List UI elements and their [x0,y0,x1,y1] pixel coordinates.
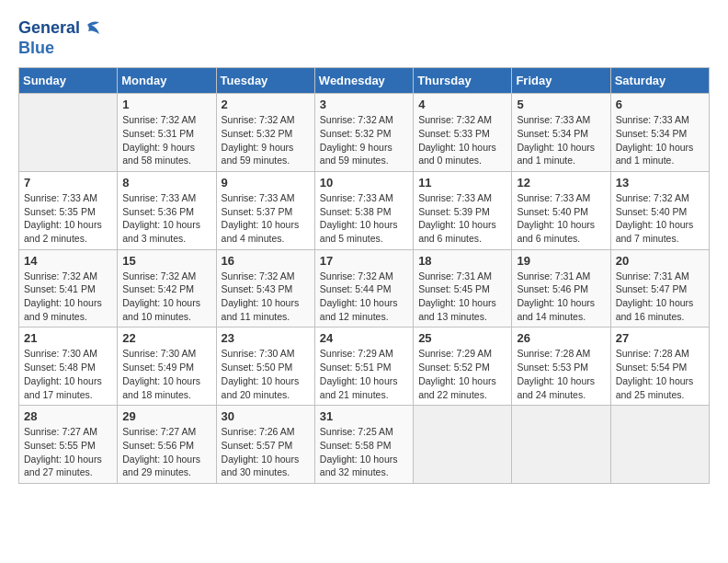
week-row-2: 7Sunrise: 7:33 AM Sunset: 5:35 PM Daylig… [19,171,710,249]
day-header-sunday: Sunday [19,68,118,94]
calendar-cell: 23Sunrise: 7:30 AM Sunset: 5:50 PM Dayli… [216,327,314,406]
calendar-cell [414,406,512,484]
day-info: Sunrise: 7:33 AM Sunset: 5:34 PM Dayligh… [517,113,605,167]
week-row-4: 21Sunrise: 7:30 AM Sunset: 5:48 PM Dayli… [19,327,710,406]
day-number: 9 [222,176,310,190]
calendar-cell: 3Sunrise: 7:32 AM Sunset: 5:32 PM Daylig… [314,94,413,172]
week-row-5: 28Sunrise: 7:27 AM Sunset: 5:55 PM Dayli… [19,406,710,484]
day-number: 24 [320,331,408,345]
day-info: Sunrise: 7:30 AM Sunset: 5:48 PM Dayligh… [24,347,112,401]
logo: General Blue [18,18,102,58]
day-info: Sunrise: 7:30 AM Sunset: 5:49 PM Dayligh… [122,347,210,401]
calendar-cell: 21Sunrise: 7:30 AM Sunset: 5:48 PM Dayli… [19,327,118,406]
calendar-cell: 13Sunrise: 7:32 AM Sunset: 5:40 PM Dayli… [610,171,709,249]
day-number: 13 [616,176,704,190]
day-number: 10 [320,176,408,190]
day-number: 21 [24,331,112,345]
calendar-cell: 8Sunrise: 7:33 AM Sunset: 5:36 PM Daylig… [118,171,216,249]
day-header-saturday: Saturday [610,68,709,94]
day-number: 22 [122,331,210,345]
calendar-cell: 2Sunrise: 7:32 AM Sunset: 5:32 PM Daylig… [216,94,314,172]
calendar-cell: 12Sunrise: 7:33 AM Sunset: 5:40 PM Dayli… [512,171,610,249]
day-number: 11 [418,176,506,190]
day-number: 2 [222,98,310,111]
day-info: Sunrise: 7:31 AM Sunset: 5:47 PM Dayligh… [616,270,704,324]
day-info: Sunrise: 7:32 AM Sunset: 5:40 PM Dayligh… [616,191,704,246]
calendar-cell: 25Sunrise: 7:29 AM Sunset: 5:52 PM Dayli… [414,327,512,406]
calendar-table: SundayMondayTuesdayWednesdayThursdayFrid… [18,67,710,484]
day-number: 16 [222,254,310,268]
calendar-cell: 30Sunrise: 7:26 AM Sunset: 5:57 PM Dayli… [216,406,314,484]
day-number: 25 [418,331,506,345]
calendar-cell: 20Sunrise: 7:31 AM Sunset: 5:47 PM Dayli… [610,249,709,327]
calendar-cell: 17Sunrise: 7:32 AM Sunset: 5:44 PM Dayli… [314,249,413,327]
calendar-cell [610,406,709,484]
calendar-cell: 18Sunrise: 7:31 AM Sunset: 5:45 PM Dayli… [414,249,512,327]
day-number: 5 [517,98,605,111]
day-number: 18 [418,254,506,268]
day-info: Sunrise: 7:27 AM Sunset: 5:55 PM Dayligh… [24,425,112,479]
day-info: Sunrise: 7:28 AM Sunset: 5:53 PM Dayligh… [517,347,605,401]
day-number: 19 [517,254,605,268]
page-header: General Blue [18,18,710,58]
day-info: Sunrise: 7:32 AM Sunset: 5:42 PM Dayligh… [122,270,210,324]
calendar-cell: 9Sunrise: 7:33 AM Sunset: 5:37 PM Daylig… [216,171,314,249]
day-number: 20 [616,254,704,268]
calendar-cell [512,406,610,484]
calendar-cell: 31Sunrise: 7:25 AM Sunset: 5:58 PM Dayli… [314,406,413,484]
week-row-3: 14Sunrise: 7:32 AM Sunset: 5:41 PM Dayli… [19,249,710,327]
day-info: Sunrise: 7:33 AM Sunset: 5:38 PM Dayligh… [320,191,408,246]
day-info: Sunrise: 7:33 AM Sunset: 5:35 PM Dayligh… [24,191,112,246]
day-info: Sunrise: 7:33 AM Sunset: 5:40 PM Dayligh… [517,191,605,246]
calendar-cell: 14Sunrise: 7:32 AM Sunset: 5:41 PM Dayli… [19,249,118,327]
calendar-cell: 19Sunrise: 7:31 AM Sunset: 5:46 PM Dayli… [512,249,610,327]
day-info: Sunrise: 7:29 AM Sunset: 5:52 PM Dayligh… [418,347,506,401]
day-info: Sunrise: 7:33 AM Sunset: 5:36 PM Dayligh… [122,191,210,246]
day-header-tuesday: Tuesday [216,68,314,94]
calendar-cell: 4Sunrise: 7:32 AM Sunset: 5:33 PM Daylig… [414,94,512,172]
day-info: Sunrise: 7:32 AM Sunset: 5:43 PM Dayligh… [222,270,310,324]
day-info: Sunrise: 7:32 AM Sunset: 5:32 PM Dayligh… [222,113,310,167]
day-number: 26 [517,331,605,345]
day-number: 7 [24,176,112,190]
day-number: 28 [24,409,112,423]
day-info: Sunrise: 7:32 AM Sunset: 5:33 PM Dayligh… [418,113,506,167]
day-info: Sunrise: 7:30 AM Sunset: 5:50 PM Dayligh… [222,347,310,401]
days-header-row: SundayMondayTuesdayWednesdayThursdayFrid… [19,68,710,94]
calendar-cell: 1Sunrise: 7:32 AM Sunset: 5:31 PM Daylig… [118,94,216,172]
calendar-cell: 11Sunrise: 7:33 AM Sunset: 5:39 PM Dayli… [414,171,512,249]
day-info: Sunrise: 7:33 AM Sunset: 5:39 PM Dayligh… [418,191,506,246]
day-info: Sunrise: 7:32 AM Sunset: 5:31 PM Dayligh… [122,113,210,167]
calendar-cell: 26Sunrise: 7:28 AM Sunset: 5:53 PM Dayli… [512,327,610,406]
day-number: 1 [122,98,210,111]
day-number: 30 [222,409,310,423]
calendar-cell: 7Sunrise: 7:33 AM Sunset: 5:35 PM Daylig… [19,171,118,249]
day-header-friday: Friday [512,68,610,94]
day-number: 8 [122,176,210,190]
day-info: Sunrise: 7:32 AM Sunset: 5:41 PM Dayligh… [24,270,112,324]
day-number: 23 [222,331,310,345]
day-info: Sunrise: 7:29 AM Sunset: 5:51 PM Dayligh… [320,347,408,401]
day-number: 27 [616,331,704,345]
day-number: 4 [418,98,506,111]
calendar-cell: 16Sunrise: 7:32 AM Sunset: 5:43 PM Dayli… [216,249,314,327]
day-info: Sunrise: 7:33 AM Sunset: 5:34 PM Dayligh… [616,113,704,167]
day-info: Sunrise: 7:32 AM Sunset: 5:32 PM Dayligh… [320,113,408,167]
logo-bird-icon [82,19,102,38]
logo-general-text: General [18,18,80,39]
day-info: Sunrise: 7:25 AM Sunset: 5:58 PM Dayligh… [320,425,408,479]
calendar-cell: 27Sunrise: 7:28 AM Sunset: 5:54 PM Dayli… [610,327,709,406]
calendar-cell: 10Sunrise: 7:33 AM Sunset: 5:38 PM Dayli… [314,171,413,249]
day-number: 31 [320,409,408,423]
day-number: 12 [517,176,605,190]
day-number: 6 [616,98,704,111]
calendar-cell [19,94,118,172]
week-row-1: 1Sunrise: 7:32 AM Sunset: 5:31 PM Daylig… [19,94,710,172]
calendar-cell: 28Sunrise: 7:27 AM Sunset: 5:55 PM Dayli… [19,406,118,484]
day-info: Sunrise: 7:33 AM Sunset: 5:37 PM Dayligh… [222,191,310,246]
calendar-cell: 24Sunrise: 7:29 AM Sunset: 5:51 PM Dayli… [314,327,413,406]
day-header-thursday: Thursday [414,68,512,94]
calendar-cell: 15Sunrise: 7:32 AM Sunset: 5:42 PM Dayli… [118,249,216,327]
day-number: 15 [122,254,210,268]
day-info: Sunrise: 7:31 AM Sunset: 5:45 PM Dayligh… [418,270,506,324]
